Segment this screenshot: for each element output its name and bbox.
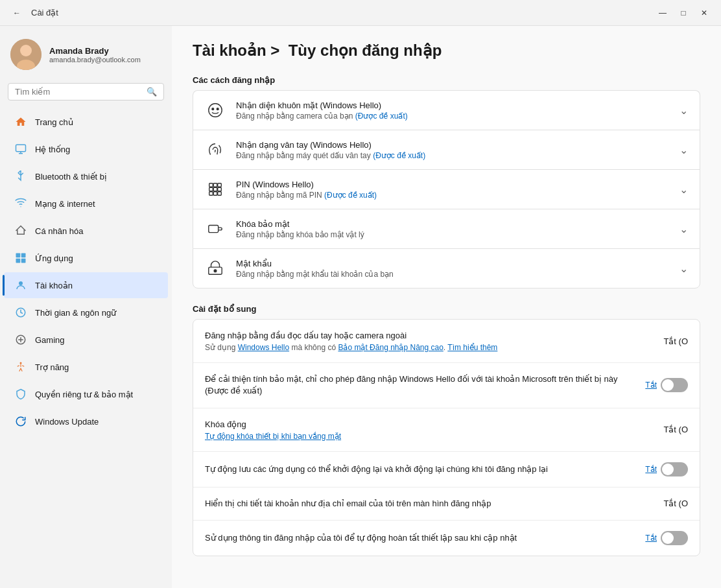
svg-rect-7 — [21, 259, 26, 263]
chevron-icon: ⌄ — [680, 144, 688, 156]
home-icon — [14, 115, 27, 128]
chevron-icon: ⌄ — [680, 183, 688, 196]
hello-only-toggle[interactable] — [661, 378, 688, 392]
show-account-title: Hiển thị chi tiết tài khoản như địa chỉ … — [205, 498, 656, 510]
sidebar-item-gaming[interactable]: Gaming — [4, 327, 168, 353]
key-icon — [205, 218, 226, 239]
network-icon — [14, 197, 27, 210]
password-icon — [205, 258, 226, 279]
auto-restart-control: Tắt — [645, 462, 688, 476]
pin-title: PIN (Windows Hello) — [236, 180, 669, 189]
auto-complete-toggle[interactable] — [661, 531, 688, 545]
svg-point-13 — [212, 108, 214, 110]
update-icon — [14, 415, 27, 428]
accounts-icon — [14, 279, 27, 292]
sidebar-item-system[interactable]: Hệ thống — [4, 136, 168, 162]
search-input[interactable] — [15, 87, 141, 97]
external-reader-text: Đăng nhập bằng đầu đọc dấu tay hoặc came… — [205, 330, 656, 352]
sidebar-item-privacy-label: Quyền riêng tư & bảo mật — [35, 390, 133, 399]
bluetooth-icon — [14, 170, 27, 183]
sidebar-item-home-label: Trang chủ — [35, 117, 73, 127]
search-box[interactable]: 🔍 — [8, 83, 164, 100]
security-login-link[interactable]: Bảo mật Đăng nhập Nâng cao — [338, 343, 443, 352]
svg-rect-15 — [209, 183, 213, 187]
sidebar-item-datetime[interactable]: Thời gian & ngôn ngữ — [4, 300, 168, 325]
auto-complete-control: Tắt — [645, 531, 688, 545]
back-button[interactable]: ← — [8, 6, 26, 19]
user-email: amanda.brady@outlook.com — [49, 56, 141, 64]
svg-rect-5 — [21, 253, 26, 258]
svg-point-1 — [20, 45, 32, 56]
sidebar-item-apps[interactable]: Ứng dụng — [4, 245, 168, 271]
auto-restart-toggle-label[interactable]: Tắt — [645, 465, 657, 474]
pin-icon — [205, 179, 226, 200]
sidebar-item-system-label: Hệ thống — [35, 145, 70, 154]
show-account-status: Tắt (O — [663, 499, 688, 508]
pin-text: PIN (Windows Hello) Đăng nhập bằng mã PI… — [236, 180, 669, 200]
svg-rect-20 — [218, 187, 222, 191]
sidebar-item-accessibility[interactable]: Trợ năng — [4, 354, 168, 380]
maximize-button[interactable]: □ — [674, 6, 692, 19]
search-icon: 🔍 — [147, 87, 157, 97]
auto-restart-toggle[interactable] — [661, 462, 688, 476]
hello-only-title: Để cải thiện tính bảo mật, chỉ cho phép … — [205, 373, 637, 397]
additional-item-auto-restart: Tự động lưu các ứng dụng có thể khởi độn… — [193, 452, 700, 488]
login-method-pin[interactable]: PIN (Windows Hello) Đăng nhập bằng mã PI… — [193, 169, 700, 209]
pin-desc: Đăng nhập bằng mã PIN (Được đề xuất) — [236, 191, 669, 200]
sidebar-item-accessibility-label: Trợ năng — [35, 362, 69, 372]
external-reader-status: Tắt (O — [663, 336, 688, 346]
password-text: Mật khẩu Đăng nhập bằng mật khẩu tài kho… — [236, 259, 669, 279]
additional-section-heading: Cài đặt bổ sung — [193, 304, 700, 314]
minimize-button[interactable]: — — [654, 6, 672, 19]
sidebar-item-accounts-label: Tài khoản — [35, 281, 73, 290]
additional-item-hello-only: Để cải thiện tính bảo mật, chỉ cho phép … — [193, 363, 700, 408]
sidebar-item-home[interactable]: Trang chủ — [4, 109, 168, 135]
system-icon — [14, 143, 27, 156]
sidebar-item-accounts[interactable]: Tài khoản — [4, 272, 168, 298]
hello-only-control: Tắt — [645, 378, 688, 392]
svg-point-11 — [20, 362, 22, 364]
svg-rect-19 — [213, 187, 217, 191]
sidebar-item-network[interactable]: Mạng & internet — [4, 191, 168, 217]
auto-complete-title: Sử dụng thông tin đăng nhập của tôi để t… — [205, 532, 637, 544]
sidebar-item-bluetooth-label: Bluetooth & thiết bị — [35, 172, 107, 182]
sidebar-item-personalize-label: Cá nhân hóa — [35, 226, 83, 236]
sidebar-item-windowsupdate[interactable]: Windows Update — [4, 408, 168, 434]
additional-item-show-account: Hiển thị chi tiết tài khoản như địa chỉ … — [193, 488, 700, 521]
svg-rect-4 — [16, 253, 21, 258]
accessibility-icon — [14, 360, 27, 373]
svg-rect-17 — [218, 183, 222, 187]
faceid-desc: Đăng nhập bằng camera của bạn (Được đề x… — [236, 112, 669, 121]
avatar — [10, 39, 41, 70]
windows-hello-link[interactable]: Windows Hello — [238, 343, 289, 352]
title-bar: ← Cài đặt — □ ✕ — [0, 0, 721, 26]
sidebar-item-personalize[interactable]: Cá nhân hóa — [4, 218, 168, 244]
sidebar-item-privacy[interactable]: Quyền riêng tư & bảo mật — [4, 381, 168, 407]
close-button[interactable]: ✕ — [695, 6, 713, 19]
fingerprint-text: Nhận dạng vân tay (Windows Hello) Đăng n… — [236, 140, 669, 160]
toggle-knob — [662, 379, 674, 391]
dynamic-lock-status: Tắt (O — [663, 425, 688, 434]
login-method-faceid[interactable]: Nhận diện khuôn mặt (Windows Hello) Đăng… — [193, 90, 700, 130]
svg-point-8 — [19, 281, 23, 285]
auto-complete-toggle-label[interactable]: Tắt — [645, 534, 657, 543]
hello-only-toggle-label[interactable]: Tắt — [645, 381, 657, 390]
external-reader-control: Tắt (O — [663, 336, 688, 346]
learn-more-link[interactable]: Tìm hiểu thêm — [447, 343, 497, 352]
sidebar-item-bluetooth[interactable]: Bluetooth & thiết bị — [4, 163, 168, 189]
dynamic-lock-control: Tắt (O — [663, 425, 688, 434]
user-profile: Amanda Brady amanda.brady@outlook.com — [0, 26, 172, 80]
svg-rect-22 — [213, 192, 217, 196]
sidebar: Amanda Brady amanda.brady@outlook.com 🔍 … — [0, 26, 172, 588]
login-method-fingerprint[interactable]: Nhận dạng vân tay (Windows Hello) Đăng n… — [193, 130, 700, 169]
dynamic-lock-text: Khóa động Tự động khóa thiết bị khi bạn … — [205, 419, 656, 441]
login-method-password[interactable]: Mật khẩu Đăng nhập bằng mật khẩu tài kho… — [193, 248, 700, 288]
password-desc: Đăng nhập bằng mật khẩu tài khoản của bạ… — [236, 270, 669, 279]
sidebar-item-datetime-label: Thời gian & ngôn ngữ — [35, 308, 116, 318]
title-bar-title: Cài đặt — [31, 8, 58, 18]
dynamic-lock-title: Khóa động — [205, 419, 656, 430]
login-method-securitykey[interactable]: Khóa bảo mật Đăng nhập bằng khóa bảo mật… — [193, 209, 700, 248]
toggle-knob — [662, 532, 674, 544]
dynamic-lock-link[interactable]: Tự động khóa thiết bị khi bạn vắng mặt — [205, 432, 341, 441]
external-reader-title: Đăng nhập bằng đầu đọc dấu tay hoặc came… — [205, 330, 656, 342]
